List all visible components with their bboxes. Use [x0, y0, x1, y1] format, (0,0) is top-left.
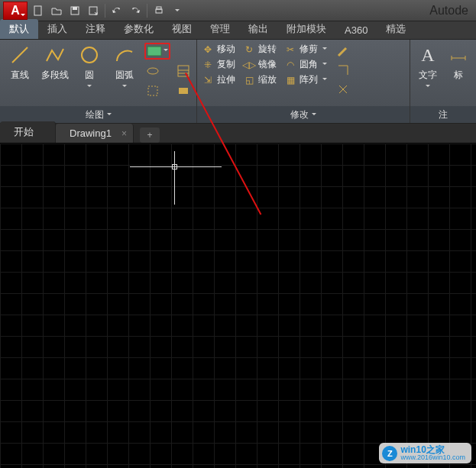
crosshair-pickbox	[172, 164, 177, 169]
scale-icon: ◱	[243, 74, 255, 86]
svg-rect-11	[148, 86, 157, 95]
move-button[interactable]: ✥移动	[202, 43, 235, 56]
arc-icon	[112, 43, 137, 67]
chevron-down-icon	[107, 113, 112, 118]
mirror-icon: ◁▷	[243, 59, 255, 71]
text-button[interactable]: A 文字	[415, 43, 441, 89]
rotate-button[interactable]: ↻旋转	[243, 43, 277, 56]
svg-rect-0	[34, 6, 41, 15]
app-title: Autode	[429, 4, 473, 18]
qat-save-icon[interactable]	[66, 2, 83, 19]
qat-open-icon[interactable]	[48, 2, 65, 19]
qat-separator	[105, 4, 105, 18]
quick-access-toolbar: A Autode	[0, 0, 476, 21]
qat-undo-icon[interactable]	[108, 2, 125, 19]
qat-saveas-icon[interactable]	[85, 2, 102, 19]
mirror-button[interactable]: ◁▷镜像	[243, 58, 277, 71]
array-label: 阵列	[300, 73, 318, 86]
tab-drawing1[interactable]: Drawing1 ×	[56, 124, 134, 143]
svg-rect-8	[147, 47, 161, 56]
panel-title-draw-label: 绘图	[86, 108, 104, 121]
tab-featured[interactable]: 精选	[377, 19, 415, 39]
tab-view[interactable]: 视图	[163, 19, 201, 39]
panel-annotation: A 文字 标 注	[410, 40, 476, 123]
panel-title-modify-label: 修改	[290, 108, 309, 121]
trim-label: 修剪	[300, 43, 318, 56]
panel-title-modify[interactable]: 修改	[197, 106, 410, 123]
spline-button[interactable]	[144, 82, 161, 99]
polyline-button[interactable]: 多段线	[40, 43, 70, 82]
ellipse-button[interactable]	[144, 63, 161, 79]
shear-button[interactable]	[335, 62, 351, 79]
panel-title-annotation-label: 注	[439, 108, 448, 121]
ribbon: 直线 多段线 圆 圆弧	[0, 40, 476, 124]
qat-print-icon[interactable]	[151, 2, 167, 19]
watermark-url: www.2016win10.com	[400, 454, 465, 461]
copy-icon: ⁜	[202, 59, 214, 71]
tab-drawing1-label: Drawing1	[70, 127, 112, 139]
tab-manage[interactable]: 管理	[201, 19, 239, 39]
array-button[interactable]: ▦阵列	[284, 73, 327, 86]
dimension-button[interactable]: 标	[445, 43, 471, 82]
tab-addins[interactable]: 附加模块	[277, 19, 335, 39]
stretch-button[interactable]: ⇲拉伸	[202, 73, 235, 86]
hatch-button[interactable]	[175, 63, 192, 79]
dimension-icon	[446, 43, 471, 67]
move-icon: ✥	[202, 44, 214, 56]
svg-line-6	[12, 47, 28, 63]
panel-draw: 直线 多段线 圆 圆弧	[0, 40, 197, 123]
rectangle-button[interactable]	[144, 43, 170, 60]
tab-start[interactable]: 开始	[0, 121, 56, 143]
stretch-icon: ⇲	[202, 74, 214, 86]
panel-title-draw[interactable]: 绘图	[0, 106, 196, 123]
svg-rect-10	[178, 66, 189, 76]
polyline-label: 多段线	[41, 69, 69, 82]
trim-icon: ✂	[284, 44, 296, 56]
tab-annotate[interactable]: 注释	[76, 19, 115, 39]
copy-button[interactable]: ⁜复制	[202, 58, 235, 71]
circle-icon	[77, 43, 102, 67]
svg-rect-5	[157, 7, 161, 9]
tab-default[interactable]: 默认	[0, 19, 38, 39]
tab-insert[interactable]: 插入	[38, 19, 76, 39]
fillet-label: 圆角	[300, 58, 318, 71]
qat-new-icon[interactable]	[30, 2, 47, 19]
chevron-down-icon	[426, 85, 430, 89]
text-icon: A	[416, 43, 440, 67]
array-icon: ▦	[284, 74, 296, 86]
arc-button[interactable]: 圆弧	[109, 43, 140, 89]
circle-button[interactable]: 圆	[75, 43, 105, 89]
chevron-down-icon	[312, 113, 316, 118]
text-label: 文字	[419, 69, 437, 82]
fillet-icon: ◠	[284, 59, 296, 71]
qat-redo-icon[interactable]	[127, 2, 144, 19]
chevron-down-icon	[87, 85, 92, 89]
brush-button[interactable]	[335, 43, 351, 60]
dimension-label: 标	[454, 69, 463, 82]
new-tab-button[interactable]: +	[140, 127, 160, 143]
line-button[interactable]: 直线	[5, 43, 35, 82]
watermark: Z win10之家 www.2016win10.com	[379, 443, 471, 463]
rotate-label: 旋转	[258, 43, 277, 56]
tab-output[interactable]: 输出	[239, 19, 277, 39]
fillet-button[interactable]: ◠圆角	[284, 58, 327, 71]
panel-title-annotation[interactable]: 注	[410, 106, 476, 123]
tab-start-label: 开始	[14, 126, 34, 137]
qat-separator	[147, 4, 147, 18]
watermark-badge-icon: Z	[382, 446, 397, 461]
scale-label: 缩放	[258, 73, 277, 86]
chevron-down-icon	[122, 85, 127, 89]
close-icon[interactable]: ×	[121, 128, 127, 139]
drawing-canvas[interactable]: Z win10之家 www.2016win10.com	[0, 144, 476, 468]
app-menu-button[interactable]: A	[3, 2, 28, 20]
qat-dropdown-icon[interactable]	[169, 2, 186, 19]
explode-button[interactable]	[335, 81, 351, 98]
tab-a360[interactable]: A360	[335, 21, 377, 39]
scale-button[interactable]: ◱缩放	[243, 73, 277, 86]
stretch-label: 拉伸	[217, 73, 235, 86]
trim-button[interactable]: ✂修剪	[284, 43, 327, 56]
region-button[interactable]	[175, 82, 192, 99]
line-label: 直线	[11, 69, 29, 82]
document-tabs: 开始 Drawing1 × +	[0, 124, 476, 144]
tab-parametric[interactable]: 参数化	[115, 19, 163, 39]
